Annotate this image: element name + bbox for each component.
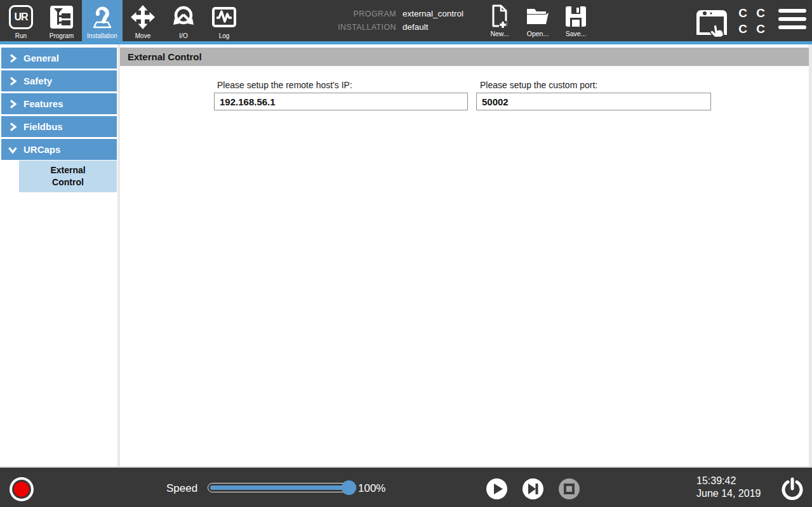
sidebar-item-external-control[interactable]: External Control <box>19 161 117 192</box>
sidebar-item-safety[interactable]: Safety <box>1 70 117 91</box>
sidebar-item-features[interactable]: Features <box>1 93 117 114</box>
status-letter: C <box>734 22 752 36</box>
robot-status-icon <box>12 480 31 499</box>
file-info: PROGRAM external_control INSTALLATION de… <box>305 7 463 34</box>
sidebar-item-label: Fieldbus <box>23 121 63 132</box>
sidebar-item-urcaps[interactable]: URCaps <box>1 139 117 160</box>
sidebar-item-label: General <box>23 53 59 63</box>
tab-label: Installation <box>87 32 117 39</box>
move-arrows-icon <box>130 3 156 31</box>
touchscreen-icon <box>694 8 729 37</box>
custom-port-input[interactable] <box>476 93 711 110</box>
program-name: external_control <box>403 9 463 18</box>
installation-sidebar: General Safety Features Fieldbus URCaps <box>0 44 117 466</box>
time-text: 15:39:42 <box>696 475 761 487</box>
step-forward-icon <box>522 478 543 499</box>
tab-label: Program <box>50 32 74 39</box>
bottom-bar: Speed 100% 15:39:42 June 14, 2019 <box>0 466 812 507</box>
ur-logo-icon: UR <box>9 3 33 31</box>
file-actions: New... Open... <box>481 4 595 39</box>
step-button[interactable] <box>522 478 543 499</box>
installation-name: default <box>403 22 429 32</box>
speed-slider-fill <box>210 485 351 490</box>
play-button[interactable] <box>486 478 507 499</box>
host-ip-input[interactable] <box>214 93 468 110</box>
clock: 15:39:42 June 14, 2019 <box>696 475 761 500</box>
play-icon <box>486 478 507 499</box>
chevron-down-icon <box>8 145 18 155</box>
status-letter: C <box>734 6 752 20</box>
sidebar-item-general[interactable]: General <box>1 48 117 69</box>
status-letter: C <box>752 22 769 36</box>
new-button[interactable]: New... <box>481 4 519 39</box>
power-button[interactable] <box>780 477 804 504</box>
speed-slider-thumb[interactable] <box>342 480 356 495</box>
power-icon <box>780 477 804 501</box>
menu-button[interactable] <box>778 9 806 34</box>
sidebar-item-label: Features <box>23 98 63 109</box>
sidebar-item-label: Safety <box>23 76 52 86</box>
menu-icon <box>778 17 806 21</box>
top-header: UR Run Program <box>0 0 812 41</box>
custom-port-label: Please setup the custom port: <box>480 80 597 90</box>
status-letter: C <box>752 6 769 20</box>
tab-log[interactable]: Log <box>204 0 244 41</box>
io-arrows-icon <box>171 3 196 31</box>
status-letters: C C C C <box>734 6 769 36</box>
menu-icon <box>778 25 806 29</box>
main-tabs: UR Run Program <box>1 0 244 41</box>
tab-program[interactable]: Program <box>41 0 82 41</box>
sidebar-item-fieldbus[interactable]: Fieldbus <box>1 116 117 137</box>
chevron-right-icon <box>8 122 18 132</box>
installation-label: INSTALLATION <box>305 23 396 32</box>
speed-value: 100% <box>358 482 385 495</box>
sidebar-item-label: URCaps <box>23 144 60 155</box>
tab-move[interactable]: Move <box>123 0 163 41</box>
tab-installation[interactable]: Installation <box>82 0 123 41</box>
robot-arm-icon <box>90 3 115 31</box>
tab-label: Move <box>135 32 150 39</box>
action-label: Open... <box>527 30 549 37</box>
log-graph-icon <box>211 3 237 31</box>
tab-io[interactable]: I/O <box>163 0 204 41</box>
tab-label: Log <box>219 32 230 39</box>
menu-icon <box>778 9 806 13</box>
save-button[interactable]: Save... <box>557 4 595 39</box>
chevron-right-icon <box>8 76 18 86</box>
save-disk-icon <box>564 4 587 29</box>
stop-icon <box>564 484 575 494</box>
speed-slider[interactable] <box>208 483 356 492</box>
chevron-right-icon <box>8 99 18 109</box>
robot-status-button[interactable] <box>10 477 34 501</box>
date-text: June 14, 2019 <box>696 487 761 500</box>
program-tree-icon <box>49 3 74 31</box>
action-label: New... <box>490 30 509 37</box>
chevron-right-icon <box>8 53 18 63</box>
open-folder-icon <box>525 4 550 29</box>
main-content: External Control Please setup the remote… <box>120 44 809 466</box>
program-label: PROGRAM <box>305 10 396 18</box>
stop-button[interactable] <box>559 478 580 499</box>
action-label: Save... <box>566 30 587 37</box>
new-file-icon <box>489 4 510 29</box>
tab-label: Run <box>15 32 27 39</box>
sidebar-subitem-label: External Control <box>37 164 98 188</box>
host-ip-label: Please setup the remote host's IP: <box>217 80 352 90</box>
speed-label: Speed <box>166 482 197 495</box>
tab-label: I/O <box>179 32 187 39</box>
tab-run[interactable]: UR Run <box>1 0 41 41</box>
page-title-text: External Control <box>128 51 202 62</box>
open-button[interactable]: Open... <box>519 4 557 39</box>
page-title: External Control <box>120 48 809 66</box>
polyscope-app: UR Run Program <box>0 0 812 507</box>
touchscreen-button[interactable] <box>694 8 729 40</box>
